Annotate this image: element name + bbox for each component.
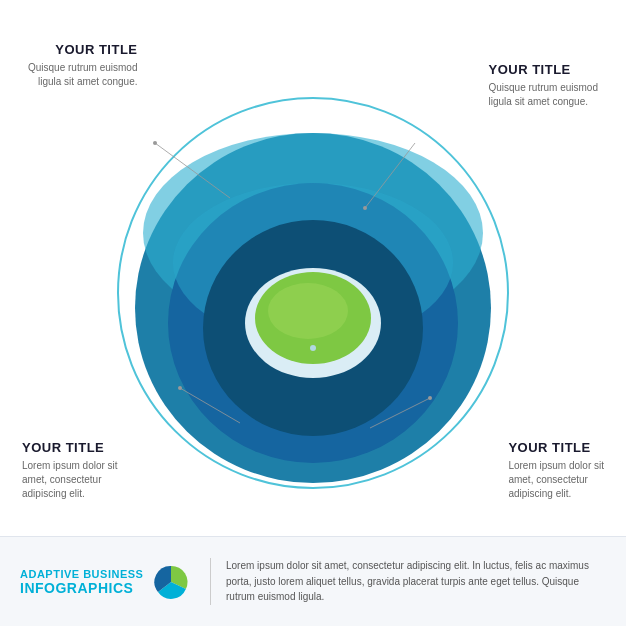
- svg-point-4: [173, 183, 453, 343]
- svg-point-5: [203, 220, 423, 436]
- footer-brand-line1: ADAPTIVE BUSINESS: [20, 568, 143, 580]
- svg-point-1: [135, 133, 491, 483]
- footer-brand-text: ADAPTIVE BUSINESS INFOGRAPHICS: [20, 568, 143, 596]
- svg-point-2: [143, 133, 483, 333]
- label-bottom-right-title: YOUR TITLE: [508, 440, 604, 457]
- svg-line-10: [155, 143, 230, 198]
- svg-point-13: [363, 206, 367, 210]
- label-bottom-right-desc: Lorem ipsum dolor sitamet, consecteturad…: [508, 459, 604, 501]
- svg-point-3: [168, 183, 458, 463]
- footer: ADAPTIVE BUSINESS INFOGRAPHICS Lorem ips…: [0, 536, 626, 626]
- label-top-left-desc: Quisque rutrum euismodligula sit amet co…: [28, 61, 138, 89]
- label-top-left: YOUR TITLE Quisque rutrum euismodligula …: [28, 42, 138, 89]
- footer-description: Lorem ipsum dolor sit amet, consectetur …: [210, 558, 606, 605]
- svg-point-9: [310, 345, 316, 351]
- svg-line-16: [370, 398, 430, 428]
- footer-brand-line2: INFOGRAPHICS: [20, 580, 143, 596]
- svg-point-8: [268, 283, 348, 339]
- label-top-left-title: YOUR TITLE: [28, 42, 138, 59]
- label-bottom-left-desc: Lorem ipsum dolor sitamet, consecteturad…: [22, 459, 118, 501]
- label-top-right: YOUR TITLE Quisque rutrum euismodligula …: [489, 62, 599, 109]
- svg-point-6: [245, 268, 381, 378]
- svg-point-17: [428, 396, 432, 400]
- svg-point-15: [178, 386, 182, 390]
- svg-line-12: [365, 143, 415, 208]
- footer-brand: ADAPTIVE BUSINESS INFOGRAPHICS: [20, 564, 195, 600]
- svg-point-0: [118, 98, 508, 488]
- svg-point-7: [255, 272, 371, 364]
- footer-pie-icon: [153, 564, 189, 600]
- label-bottom-left-title: YOUR TITLE: [22, 440, 118, 457]
- label-top-right-title: YOUR TITLE: [489, 62, 599, 79]
- main-container: YOUR TITLE Quisque rutrum euismodligula …: [0, 0, 626, 626]
- label-bottom-left: YOUR TITLE Lorem ipsum dolor sitamet, co…: [22, 440, 118, 501]
- svg-point-11: [153, 141, 157, 145]
- label-bottom-right: YOUR TITLE Lorem ipsum dolor sitamet, co…: [508, 440, 604, 501]
- svg-line-14: [180, 388, 240, 423]
- label-top-right-desc: Quisque rutrum euismodligula sit amet co…: [489, 81, 599, 109]
